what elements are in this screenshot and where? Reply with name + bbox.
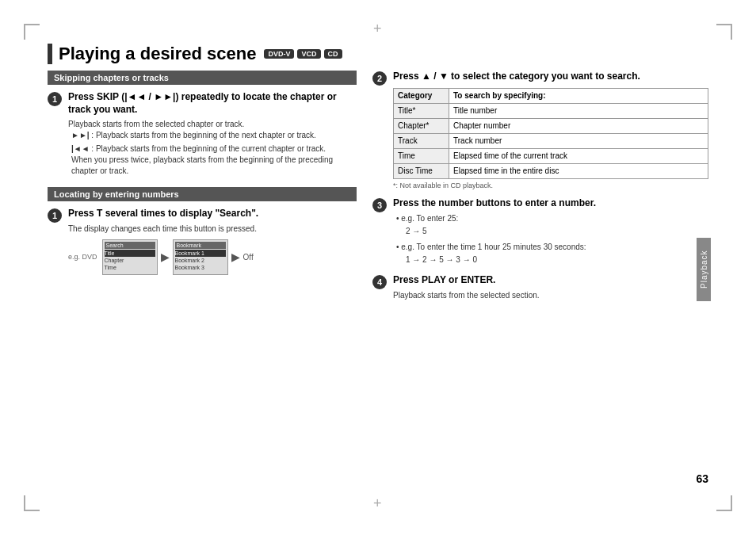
bullet-forward: ►►| : Playback starts from the beginning… [68, 130, 357, 141]
col-search-by: To search by specifying: [449, 88, 708, 103]
step2-content: Press ▲ / ▼ to select the category you w… [393, 71, 708, 189]
cat-title: Title* [394, 103, 449, 118]
right-column: 2 Press ▲ / ▼ to select the category you… [372, 71, 708, 308]
badge-dvdv: DVD-V [264, 49, 294, 59]
example2-seq: 1 → 2 → 5 → 3 → 0 [406, 254, 708, 266]
left-column: Skipping chapters or tracks 1 Press SKIP… [48, 71, 357, 308]
table-row-disctime: Disc Time Elapsed time in the entire dis… [394, 163, 708, 178]
cat-title-desc: Title number [449, 103, 708, 118]
format-badges: DVD-V VCD CD [264, 49, 342, 59]
example1: • e.g. To enter 25: [396, 212, 708, 225]
page-content: Playing a desired scene DVD-V VCD CD Ski… [48, 44, 708, 491]
step1-skip-num: 1 [48, 92, 62, 106]
step1-locate-num: 1 [48, 208, 62, 223]
screen-search-title: Search [105, 242, 155, 249]
step1-skip-title: Press SKIP (|◄◄ / ►►|) repeatedly to loc… [68, 91, 357, 116]
display-screens: Search Title Chapter Time ▶ Bookmar [102, 239, 254, 275]
cat-disctime-desc: Elapsed time in the entire disc [449, 163, 708, 178]
step3-title: Press the number buttons to enter a numb… [393, 197, 708, 210]
example1-seq: 2 → 5 [406, 225, 708, 238]
screen-search: Search Title Chapter Time [102, 239, 158, 275]
arrow-screens2: ▶ [231, 250, 240, 263]
main-columns: Skipping chapters or tracks 1 Press SKIP… [48, 71, 708, 308]
step1-locate-title: Press T several times to display "Search… [68, 208, 357, 220]
step4-num: 4 [372, 275, 387, 289]
col-category: Category [394, 88, 449, 103]
screen-row-bm1: Bookmark 1 [175, 250, 226, 257]
step1-locate: 1 Press T several times to display "Sear… [48, 208, 357, 275]
screen-row-title: Title [105, 250, 155, 257]
table-row-track: Track Track number [394, 133, 708, 148]
table-row-title: Title* Title number [394, 103, 708, 118]
page-number: 63 [696, 472, 708, 485]
display-label: e.g. DVD [68, 253, 97, 261]
example2: • e.g. To enter the time 1 hour 25 minut… [396, 241, 708, 254]
screen-row-bm3: Bookmark 3 [175, 264, 226, 271]
step3-examples: • e.g. To enter 25: 2 → 5 • e.g. To ente… [393, 212, 708, 266]
step1-skip-desc: Playback starts from the selected chapte… [68, 119, 357, 130]
category-table: Category To search by specifying: Title*… [393, 88, 708, 179]
corner-mark-br [716, 495, 732, 511]
cat-chapter-desc: Chapter number [449, 118, 708, 133]
section1-header: Skipping chapters or tracks [48, 71, 357, 85]
corner-mark-bl [24, 495, 40, 511]
screen-bookmark: Bookmark Bookmark 1 Bookmark 2 Bookmark … [173, 239, 228, 275]
screen-row-bm2: Bookmark 2 [175, 257, 226, 264]
table-row-time: Time Elapsed time of the current track [394, 148, 708, 163]
step3-num: 3 [372, 198, 387, 212]
cat-time: Time [394, 148, 449, 163]
screen-row-time: Time [105, 264, 155, 271]
cat-time-desc: Elapsed time of the current track [449, 148, 708, 163]
step4: 4 Press PLAY or ENTER. Playback starts f… [372, 274, 708, 301]
crosshair-bottom [372, 499, 384, 511]
arrow-screens: ▶ [161, 250, 170, 263]
step2: 2 Press ▲ / ▼ to select the category you… [372, 71, 708, 189]
step1-locate-desc: The display changes each time this butto… [68, 224, 357, 235]
section2-divider: Locating by entering numbers [48, 187, 357, 201]
step1-skip: 1 Press SKIP (|◄◄ / ►►|) repeatedly to l… [48, 91, 357, 179]
step4-content: Press PLAY or ENTER. Playback starts fro… [393, 274, 708, 301]
cat-track-desc: Track number [449, 133, 708, 148]
step2-title: Press ▲ / ▼ to select the category you w… [393, 71, 708, 83]
step4-title: Press PLAY or ENTER. [393, 274, 708, 287]
table-note: *: Not available in CD playback. [393, 182, 708, 189]
cat-chapter: Chapter* [394, 118, 449, 133]
screen-bookmark-title: Bookmark [175, 242, 226, 249]
step3-content: Press the number buttons to enter a numb… [393, 197, 708, 267]
cat-track: Track [394, 133, 449, 148]
table-header-row: Category To search by specifying: [394, 88, 708, 103]
step3: 3 Press the number buttons to enter a nu… [372, 197, 708, 267]
corner-mark-tl [24, 24, 40, 40]
badge-vcd: VCD [297, 49, 320, 59]
step2-num: 2 [372, 71, 387, 86]
screen-row-chapter: Chapter [105, 257, 155, 264]
off-label: Off [243, 253, 254, 262]
crosshair-top [372, 24, 384, 36]
step4-desc: Playback starts from the selected sectio… [393, 290, 708, 301]
title-bar: Playing a desired scene DVD-V VCD CD [48, 44, 708, 64]
step1-skip-content: Press SKIP (|◄◄ / ►►|) repeatedly to loc… [68, 91, 357, 179]
badge-cd: CD [324, 49, 342, 59]
page-title: Playing a desired scene [59, 44, 256, 64]
step1-locate-content: Press T several times to display "Search… [68, 208, 357, 275]
bullet-backward: |◄◄ : Playback starts from the beginning… [68, 143, 357, 177]
table-row-chapter: Chapter* Chapter number [394, 118, 708, 133]
corner-mark-tr [716, 24, 732, 40]
display-mockup: e.g. DVD Search Title Chapter Time [68, 239, 357, 275]
section2-header: Locating by entering numbers [48, 187, 357, 201]
cat-disctime: Disc Time [394, 163, 449, 178]
